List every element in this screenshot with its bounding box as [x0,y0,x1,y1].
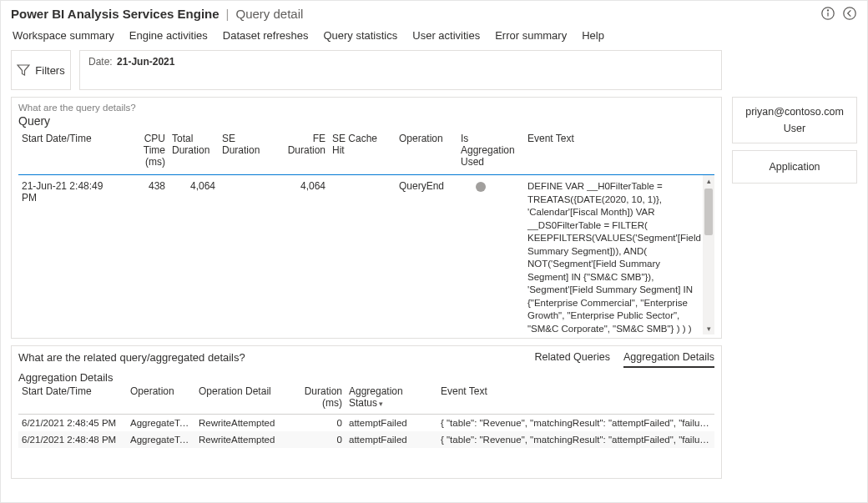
nav-query-statistics[interactable]: Query statistics [323,29,397,42]
filters-button[interactable]: Filters [11,50,71,90]
user-label: User [738,123,851,134]
nav-dataset-refreshes[interactable]: Dataset refreshes [223,29,309,42]
agg-title: Aggregation Details [18,371,714,384]
col-cache[interactable]: SE Cache Hit [329,131,396,169]
back-icon[interactable] [842,6,857,21]
user-email: priyan@contoso.com [738,106,851,118]
agg-col-start[interactable]: Start Date/Time [18,384,127,410]
agg-col-et[interactable]: Event Text [437,384,714,410]
agg-table-header: Start Date/Time Operation Operation Deta… [18,384,714,415]
query-section: What are the query details? Query Start … [11,97,722,339]
agg-rows: 6/21/2021 2:48:45 PM AggregateTabl... Re… [18,415,714,448]
page-title: Query detail [235,7,303,21]
svg-point-3 [844,8,855,19]
cell-fe: 4,064 [274,179,329,334]
agg-row[interactable]: 6/21/2021 2:48:45 PM AggregateTabl... Re… [18,415,714,431]
cell-se [219,179,274,334]
agg-status-dot [476,182,486,192]
cell-cache [329,179,396,334]
date-filter-label: Date: [88,56,113,68]
scroll-up-icon[interactable]: ▴ [703,175,714,187]
cell-total: 4,064 [169,179,219,334]
cell-op: QueryEnd [396,179,457,334]
col-start[interactable]: Start Date/Time [18,131,119,169]
filter-icon [17,63,30,77]
scroll-thumb[interactable] [704,189,713,235]
svg-point-2 [827,10,828,11]
scroll-down-icon[interactable]: ▾ [703,323,714,334]
app-title: Power BI Analysis Services Engine [11,7,220,21]
nav-error-summary[interactable]: Error summary [495,29,567,42]
nav-bar: Workspace summary Engine activities Data… [1,24,867,50]
col-op[interactable]: Operation [396,131,457,169]
query-table-header: Start Date/Time CPU Time (ms) Total Dura… [18,131,714,175]
filters-label: Filters [35,64,64,77]
col-agg[interactable]: Is Aggregation Used [457,131,524,169]
cell-cpu: 438 [119,179,169,334]
agg-col-op[interactable]: Operation [127,384,195,410]
agg-col-as[interactable]: Aggregation Status▾ [346,384,437,410]
sort-desc-icon: ▾ [379,400,383,408]
query-row[interactable]: 21-Jun-21 2:48:49 PM 438 4,064 4,064 Que… [18,175,714,334]
cell-start: 21-Jun-21 2:48:49 PM [18,179,119,334]
date-filter-chip[interactable]: Date: 21-Jun-2021 [79,50,722,90]
tab-related-queries[interactable]: Related Queries [535,351,610,368]
agg-question: What are the related query/aggregated de… [18,351,245,364]
nav-workspace-summary[interactable]: Workspace summary [13,29,114,42]
info-icon[interactable] [820,6,835,21]
col-et[interactable]: Event Text [524,131,703,169]
col-fe[interactable]: FE Duration [274,131,329,169]
query-title: Query [18,114,714,128]
application-label: Application [739,161,850,173]
date-filter-value: 21-Jun-2021 [117,56,174,68]
cell-event-text: DEFINE VAR __H0FilterTable = TREATAS({DA… [524,179,703,334]
query-question: What are the query details? [18,103,714,113]
query-scrollbar[interactable]: ▴ ▾ [703,175,714,334]
aggregation-section: What are the related query/aggregated de… [11,345,722,479]
agg-col-du[interactable]: Duration (ms) [279,384,346,410]
nav-help[interactable]: Help [582,29,604,42]
col-se[interactable]: SE Duration [219,131,274,169]
agg-col-od[interactable]: Operation Detail [195,384,279,410]
side-user-card[interactable]: priyan@contoso.com User [732,97,857,143]
header-bar: Power BI Analysis Services Engine | Quer… [1,1,867,24]
tab-aggregation-details[interactable]: Aggregation Details [623,351,714,368]
col-total[interactable]: Total Duration [169,131,219,169]
col-cpu[interactable]: CPU Time (ms) [119,131,169,169]
title-divider: | [226,7,230,21]
agg-row[interactable]: 6/21/2021 2:48:48 PM AggregateTabl... Re… [18,431,714,448]
nav-user-activities[interactable]: User activities [412,29,480,42]
side-application-card[interactable]: Application [732,150,857,184]
nav-engine-activities[interactable]: Engine activities [129,29,208,42]
cell-agg [457,179,524,334]
